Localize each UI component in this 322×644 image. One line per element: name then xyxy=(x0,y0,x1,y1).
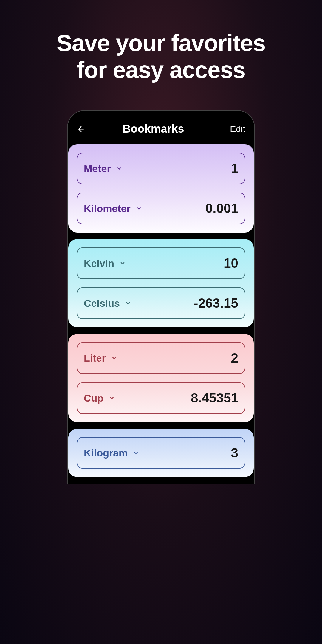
promo-line2: for easy access xyxy=(77,57,245,83)
chevron-down-icon xyxy=(120,260,126,266)
bookmark-card: Meter 1 Kilometer 0.001 xyxy=(68,144,254,233)
bookmark-card: Kilogram 3 xyxy=(68,429,254,477)
value-display[interactable]: 1 xyxy=(231,161,238,176)
unit-label: Liter xyxy=(84,352,106,364)
conversion-row: Meter 1 xyxy=(77,153,245,184)
unit-select[interactable]: Celsius xyxy=(84,298,131,309)
conversion-row: Liter 2 xyxy=(77,342,245,374)
unit-select[interactable]: Kilometer xyxy=(84,203,142,214)
value-display[interactable]: -263.15 xyxy=(194,296,238,311)
conversion-row: Kilometer 0.001 xyxy=(77,193,245,224)
bookmark-card: Liter 2 Cup 8.45351 xyxy=(68,334,254,422)
value-display[interactable]: 2 xyxy=(231,351,238,366)
chevron-down-icon xyxy=(109,395,115,401)
value-display[interactable]: 0.001 xyxy=(205,201,238,216)
conversion-row: Celsius -263.15 xyxy=(77,287,245,319)
edit-button[interactable]: Edit xyxy=(230,124,245,134)
unit-label: Cup xyxy=(84,392,103,404)
value-display[interactable]: 3 xyxy=(231,445,238,460)
unit-label: Kelvin xyxy=(84,258,114,269)
chevron-down-icon xyxy=(116,165,122,171)
conversion-row: Kilogram 3 xyxy=(77,437,245,469)
chevron-down-icon xyxy=(133,450,139,456)
unit-label: Kilogram xyxy=(84,447,128,459)
unit-label: Meter xyxy=(84,163,111,174)
chevron-down-icon xyxy=(136,205,142,211)
bookmarks-list: Meter 1 Kilometer 0.001 Kelvin 10 xyxy=(68,144,254,477)
conversion-row: Cup 8.45351 xyxy=(77,382,245,414)
chevron-down-icon xyxy=(125,300,131,306)
chevron-down-icon xyxy=(111,355,117,361)
value-display[interactable]: 10 xyxy=(224,256,238,271)
unit-label: Kilometer xyxy=(84,203,131,214)
unit-select[interactable]: Kelvin xyxy=(84,258,126,269)
promo-title: Save your favorites for easy access xyxy=(0,30,322,83)
promo-line1: Save your favorites xyxy=(57,30,266,56)
unit-select[interactable]: Liter xyxy=(84,352,117,364)
unit-select[interactable]: Kilogram xyxy=(84,447,139,459)
conversion-row: Kelvin 10 xyxy=(77,247,245,279)
app-header: Bookmarks Edit xyxy=(68,120,254,144)
unit-select[interactable]: Cup xyxy=(84,392,115,404)
value-display[interactable]: 8.45351 xyxy=(191,391,238,405)
page-title: Bookmarks xyxy=(77,123,230,135)
phone-frame: Bookmarks Edit Meter 1 Kilometer 0.001 xyxy=(67,110,255,484)
unit-select[interactable]: Meter xyxy=(84,163,122,174)
bookmark-card: Kelvin 10 Celsius -263.15 xyxy=(68,239,254,327)
unit-label: Celsius xyxy=(84,298,120,309)
